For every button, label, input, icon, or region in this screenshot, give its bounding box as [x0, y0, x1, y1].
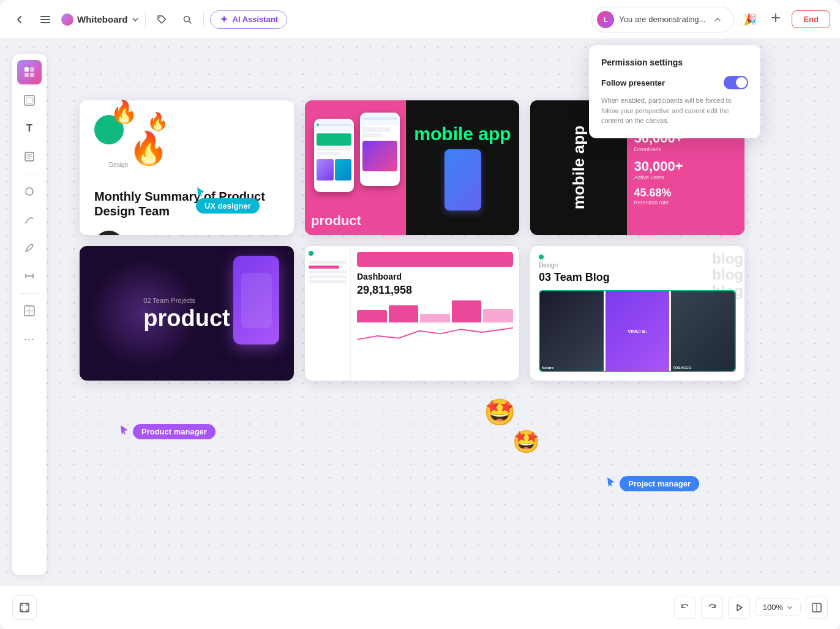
stat2-num: 30,000+	[634, 158, 738, 174]
permission-title: Permission settings	[601, 58, 748, 67]
stat1-label: Downloads	[634, 146, 738, 152]
svg-point-15	[26, 188, 33, 195]
topbar-right: L You are demonstrating... 🎉 End	[591, 7, 830, 32]
sidebar-item-shapes[interactable]	[17, 60, 42, 84]
card6-content: Design 03 Team Blog Nature VINCI B. TOBA…	[530, 246, 744, 381]
card5-dot	[309, 251, 313, 256]
flame-small: 🔥	[110, 99, 138, 125]
pink-header-bar	[357, 252, 513, 267]
bar-3	[420, 314, 450, 322]
sidebar-divider-1	[20, 174, 39, 174]
phone-mockup-1	[314, 119, 354, 192]
undo-button[interactable]	[674, 597, 696, 619]
sidebar-item-table[interactable]	[17, 299, 42, 323]
cursor-arrow-proj	[606, 476, 616, 488]
stat-users: 30,000+ Active users	[634, 158, 738, 181]
sidebar-item-objects[interactable]	[17, 179, 42, 204]
book-button[interactable]	[806, 597, 828, 619]
card5-title: Dashboard	[357, 272, 513, 281]
card1-arrow[interactable]: →	[94, 231, 124, 235]
stat2-label: Active users	[634, 174, 738, 181]
flame-large: 🔥	[129, 130, 168, 167]
sidebar-item-lines[interactable]	[17, 207, 42, 232]
card5-num: 29,811,958	[357, 284, 513, 297]
sidebar-item-connector[interactable]	[17, 264, 42, 288]
permission-popup: Permission settings Follow presenter Whe…	[589, 45, 760, 138]
cursor-arrow-ux	[196, 186, 206, 198]
phone-mockup-2	[360, 113, 400, 186]
bar-2	[389, 305, 419, 322]
card6-img3-text: TOBACCO	[673, 366, 691, 370]
zoom-label: 100%	[763, 603, 783, 612]
card6-img-1: Nature	[540, 291, 604, 371]
svg-rect-1	[40, 19, 50, 20]
whiteboard-title-text: Whiteboard	[77, 14, 128, 24]
celebration-button[interactable]: 🎉	[740, 10, 760, 29]
bottom-bar: 100%	[0, 585, 840, 629]
stat-retention: 45.68% Retention rate	[634, 187, 738, 206]
card5-sidebar	[305, 246, 351, 381]
frame-button[interactable]	[12, 595, 37, 620]
sidebar-item-pen[interactable]	[17, 236, 42, 260]
line-chart	[357, 325, 513, 343]
bar-chart	[357, 300, 513, 322]
ai-assistant-button[interactable]: AI Assistant	[210, 10, 288, 29]
avatar: L	[597, 11, 614, 28]
redo-button[interactable]	[701, 597, 723, 619]
sidebar-bar-1	[309, 261, 347, 264]
bar-1	[357, 310, 387, 322]
card6-img-2: VINCI B.	[606, 291, 669, 371]
follow-presenter-row: Follow presenter	[601, 76, 748, 89]
sidebar-item-frames[interactable]	[17, 88, 42, 113]
present-button[interactable]	[728, 597, 750, 619]
card4-num: 02 Team Projects	[143, 297, 230, 304]
card-dashboard: Dashboard 29,811,958	[305, 246, 519, 381]
svg-rect-2	[40, 22, 50, 23]
zoom-control[interactable]: 100%	[755, 598, 801, 616]
back-button[interactable]	[10, 10, 29, 29]
project-manager-label: Project manager	[620, 476, 699, 491]
presenter-pill[interactable]: L You are demonstrating...	[591, 7, 734, 32]
stat3-pct: 45.68%	[634, 187, 738, 199]
whiteboard-title[interactable]: Whiteboard	[61, 13, 139, 26]
tag-button[interactable]	[152, 10, 171, 29]
follow-button[interactable]	[766, 10, 786, 29]
bottom-left	[12, 595, 37, 620]
end-button[interactable]: End	[792, 10, 830, 28]
menu-button[interactable]	[36, 10, 55, 29]
svg-point-3	[159, 17, 160, 18]
svg-rect-5	[24, 67, 29, 72]
sidebar-item-text[interactable]: T	[17, 116, 42, 141]
sidebar-bar-4	[309, 280, 347, 283]
sidebar-item-more[interactable]: ···	[17, 327, 42, 351]
card4-title: product	[143, 307, 230, 330]
stat3-label: Retention rate	[634, 199, 738, 206]
sidebar-divider-2	[20, 293, 39, 294]
sidebar-item-notes[interactable]	[17, 144, 42, 169]
presenter-chevron-button[interactable]	[710, 12, 725, 27]
card6-image-grid: Nature VINCI B. TOBACCO	[539, 290, 736, 372]
card-mobile-app-pink: product mobile app	[305, 100, 519, 235]
svg-rect-6	[30, 67, 34, 72]
ux-designer-label: UX designer	[196, 198, 260, 214]
svg-rect-7	[24, 73, 29, 77]
bottom-right: 100%	[674, 597, 828, 619]
svg-rect-10	[26, 97, 32, 103]
cursor-product-manager: Product manager	[119, 424, 216, 439]
product-manager-label: Product manager	[133, 424, 216, 439]
card2-inner: product mobile app	[305, 100, 519, 235]
cursor-arrow-pm	[119, 424, 129, 436]
svg-rect-22	[20, 603, 29, 612]
search-button[interactable]	[178, 10, 197, 29]
svg-rect-9	[24, 95, 34, 105]
card3-mobile-text: mobile app	[571, 125, 587, 209]
follow-presenter-toggle[interactable]	[724, 76, 748, 89]
cursor-ux-designer: UX designer	[196, 186, 260, 214]
whiteboard-icon	[61, 13, 73, 26]
sidebar-bar-active	[309, 266, 339, 269]
sidebar-bar-2	[309, 270, 347, 274]
svg-rect-0	[40, 16, 50, 17]
card6-dot	[539, 255, 544, 259]
card-grid: Design Monthly Summary of Product Design…	[80, 100, 809, 381]
presenter-text: You are demonstrating...	[619, 15, 705, 24]
